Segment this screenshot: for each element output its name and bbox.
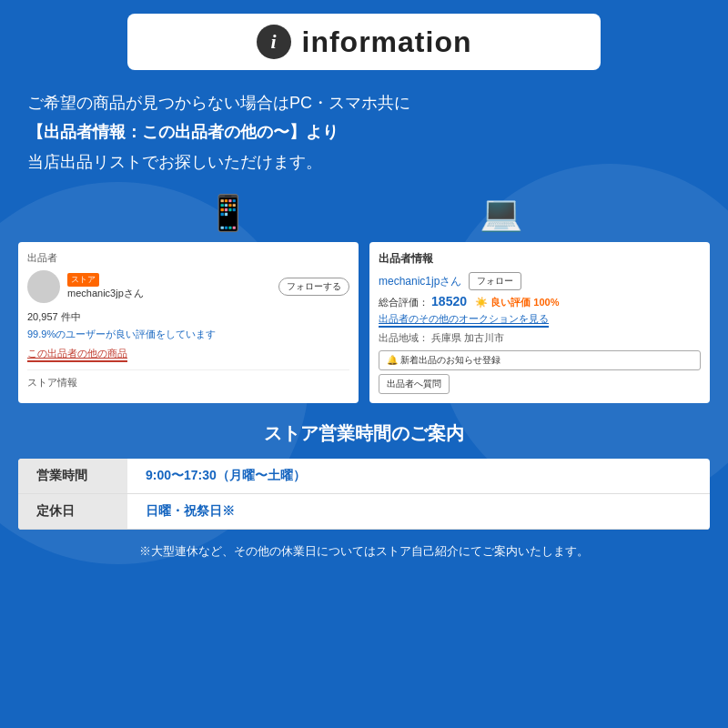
ss-left-label: 出品者 xyxy=(27,251,349,265)
good-rating: 良い評価 100% xyxy=(490,297,559,308)
ss-left-header: ストア mechanic3jpさん フォローする xyxy=(27,270,349,303)
main-text-line1: ご希望の商品が見つからない場合はPC・スマホ共に xyxy=(27,88,701,117)
main-text-block: ご希望の商品が見つからない場合はPC・スマホ共に 【出品者情報：この出品者の他の… xyxy=(18,88,710,177)
main-text-line2: 【出品者情報：この出品者の他の〜】より xyxy=(27,117,701,147)
hours-row-business: 営業時間 9:00〜17:30（月曜〜土曜） xyxy=(18,459,710,494)
smartphone-icon: 📱 xyxy=(207,193,249,233)
device-icons-row: 📱 💻 xyxy=(18,193,710,233)
rating-text: 99.9%のユーザーが良い評価をしています xyxy=(27,328,349,341)
store-hours-title: ストア営業時間のご案内 xyxy=(18,421,710,446)
ss-right-header: 出品者情報 xyxy=(379,251,701,267)
location-value: 兵庫県 加古川市 xyxy=(431,332,504,343)
rating-row: 総合評価： 18520 ☀️ 良い評価 100% xyxy=(379,294,701,309)
auction-link[interactable]: 出品者のその他のオークションを見る xyxy=(379,312,549,328)
screenshot-left: 出品者 ストア mechanic3jpさん フォローする 20,957 件中 9… xyxy=(18,242,359,403)
seller-stats: 20,957 件中 xyxy=(27,310,349,324)
follow-button-right[interactable]: フォロー xyxy=(469,272,521,290)
main-text-line3: 当店出品リストでお探しいただけます。 xyxy=(27,147,701,177)
info-title: information xyxy=(302,25,472,59)
total-rating-label: 総合評価： xyxy=(379,297,429,308)
other-items-link[interactable]: この出品者の他の商品 xyxy=(27,347,127,362)
location-label: 出品地域： xyxy=(379,332,429,343)
computer-icon: 💻 xyxy=(480,193,522,233)
hours-label-business: 営業時間 xyxy=(18,459,127,494)
hours-value-business: 9:00〜17:30（月曜〜土曜） xyxy=(127,459,710,494)
store-badge: ストア xyxy=(67,273,99,287)
main-text-line2-content: 【出品者情報：この出品者の他の〜】より xyxy=(27,123,339,141)
hours-label-holiday: 定休日 xyxy=(18,494,127,530)
info-header: information xyxy=(127,14,601,70)
seller-name-left: mechanic3jpさん xyxy=(67,287,144,300)
ss-left-name-block: ストア mechanic3jpさん xyxy=(67,273,144,300)
seller-name-right: mechanic1jpさん xyxy=(379,274,461,289)
good-label: 良い評価 xyxy=(490,297,531,308)
total-rating-value: 18520 xyxy=(431,294,467,308)
main-container: information ご希望の商品が見つからない場合はPC・スマホ共に 【出品… xyxy=(0,0,728,574)
screenshot-right: 出品者情報 mechanic1jpさん フォロー 総合評価： 18520 ☀️ … xyxy=(369,242,710,403)
info-icon xyxy=(257,25,291,59)
store-info-link[interactable]: ストア情報 xyxy=(27,369,349,389)
hours-row-holiday: 定休日 日曜・祝祭日※ xyxy=(18,494,710,530)
good-percent: 100% xyxy=(533,297,559,308)
follow-button-left[interactable]: フォローする xyxy=(278,278,349,296)
seller-avatar xyxy=(27,270,60,303)
question-button[interactable]: 出品者へ質問 xyxy=(379,374,450,394)
sun-emoji: ☀️ xyxy=(475,297,488,308)
screenshots-row: 出品者 ストア mechanic3jpさん フォローする 20,957 件中 9… xyxy=(18,242,710,403)
location-text: 出品地域： 兵庫県 加古川市 xyxy=(379,331,701,345)
hours-table: 営業時間 9:00〜17:30（月曜〜土曜） 定休日 日曜・祝祭日※ xyxy=(18,459,710,530)
ss-right-seller-row: mechanic1jpさん フォロー xyxy=(379,272,701,290)
footer-note: ※大型連休など、その他の休業日についてはストア自己紹介にてご案内いたします。 xyxy=(18,542,710,561)
notify-button[interactable]: 🔔 新着出品のお知らせ登録 xyxy=(379,350,701,370)
hours-value-holiday: 日曜・祝祭日※ xyxy=(127,494,710,530)
